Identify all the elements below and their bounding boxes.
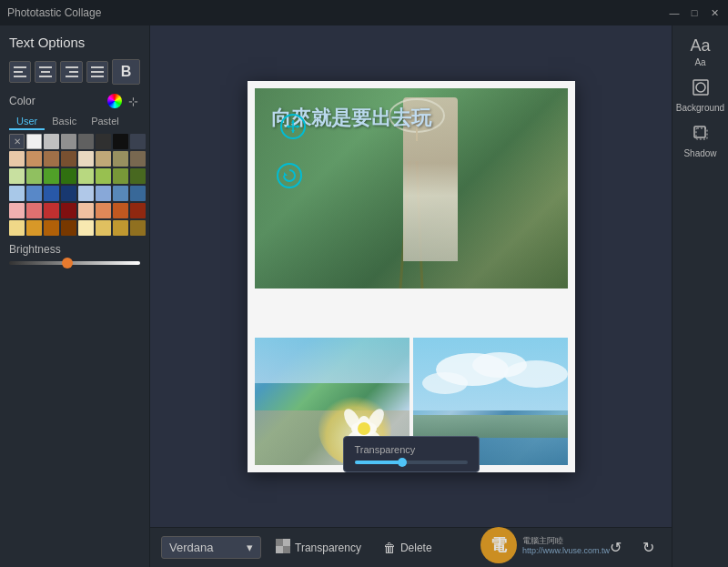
- swatch-skyblue[interactable]: [78, 186, 94, 201]
- swatch-yellow[interactable]: [26, 220, 42, 236]
- swatch-olive3[interactable]: [130, 151, 146, 167]
- svg-point-30: [504, 360, 568, 388]
- swatch-ltgreen[interactable]: [9, 168, 25, 184]
- align-right-button[interactable]: [60, 61, 82, 83]
- left-panel: Text Options B Color ⊹ User Basic Pastel…: [0, 25, 150, 567]
- swatch-blue4[interactable]: [130, 186, 146, 201]
- app-title: Phototastic Collage: [7, 6, 101, 19]
- font-dropdown[interactable]: Verdana ▾: [161, 536, 261, 559]
- title-bar: Phototastic Collage — □ ✕: [0, 0, 728, 25]
- svg-rect-3: [39, 66, 52, 68]
- swatch-amber[interactable]: [44, 220, 59, 236]
- swatch-darkgreen[interactable]: [61, 168, 76, 184]
- swatch-cream[interactable]: [78, 151, 94, 167]
- font-style-button[interactable]: Aa Aa: [676, 33, 725, 71]
- swatch-dkbrown[interactable]: [130, 220, 146, 236]
- swatch-midgreen[interactable]: [44, 168, 59, 184]
- svg-rect-0: [14, 66, 26, 68]
- swatch-olive2[interactable]: [113, 151, 128, 167]
- watermark-logo: 電: [480, 527, 517, 563]
- svg-point-31: [422, 372, 468, 394]
- swatch-dkgold[interactable]: [113, 220, 128, 236]
- align-left-button[interactable]: [9, 61, 31, 83]
- swatch-darkgray[interactable]: [78, 134, 94, 149]
- swatch-ltgreen2[interactable]: [78, 168, 94, 184]
- swatch-green[interactable]: [26, 168, 42, 184]
- window-controls: — □ ✕: [668, 6, 721, 19]
- brightness-thumb[interactable]: [62, 258, 73, 268]
- swatch-peach[interactable]: [9, 151, 25, 167]
- minimize-button[interactable]: —: [668, 6, 681, 19]
- swatch-brown[interactable]: [44, 151, 59, 167]
- background-button[interactable]: Background: [676, 75, 725, 116]
- eyedropper-icon[interactable]: ⊹: [126, 94, 140, 108]
- align-justify-button[interactable]: [86, 61, 108, 83]
- swatch-pink[interactable]: [26, 203, 42, 218]
- photo-top[interactable]: 向來就是要出去玩: [255, 88, 568, 289]
- swatch-darkblue[interactable]: [61, 186, 76, 201]
- transparency-thumb[interactable]: [398, 458, 407, 467]
- align-center-button[interactable]: [35, 61, 56, 83]
- swatch-burntorange[interactable]: [113, 203, 128, 218]
- svg-rect-7: [69, 71, 78, 73]
- swatch-khaki[interactable]: [96, 151, 111, 167]
- swatch-charcoal[interactable]: [96, 134, 111, 149]
- swatch-dkolive[interactable]: [130, 168, 146, 184]
- rotate-handle[interactable]: [277, 163, 302, 188]
- swatch-blue3[interactable]: [113, 186, 128, 201]
- watermark-url: http://www.lvuse.com.tw: [522, 546, 610, 555]
- redo-button[interactable]: ↻: [635, 535, 661, 561]
- swatch-ygreen[interactable]: [96, 168, 111, 184]
- swatch-black[interactable]: [113, 134, 128, 149]
- tab-basic[interactable]: Basic: [45, 114, 84, 130]
- swatch-ltyellow2[interactable]: [78, 220, 94, 236]
- svg-rect-10: [91, 71, 104, 73]
- transparency-popup: Transparency: [343, 436, 480, 472]
- swatch-blue[interactable]: [26, 186, 42, 201]
- bold-button[interactable]: B: [112, 59, 140, 85]
- collage-board[interactable]: 向來就是要出去玩: [248, 81, 575, 472]
- shadow-button[interactable]: Shadow: [676, 120, 725, 162]
- svg-rect-5: [39, 76, 52, 77]
- swatch-tan[interactable]: [26, 151, 42, 167]
- swatch-ltyellow[interactable]: [9, 220, 25, 236]
- swatch-grid: ✕: [9, 134, 140, 236]
- swatch-lightgray[interactable]: [44, 134, 59, 149]
- swatch-ltblue[interactable]: [9, 186, 25, 201]
- tab-pastel[interactable]: Pastel: [84, 114, 126, 130]
- transparency-track[interactable]: [355, 461, 468, 464]
- move-handle[interactable]: [280, 114, 306, 139]
- swatch-ltred[interactable]: [9, 203, 25, 218]
- font-style-icon: Aa: [690, 36, 710, 56]
- close-button[interactable]: ✕: [708, 6, 721, 19]
- color-picker-icon[interactable]: [107, 94, 122, 108]
- svg-marker-20: [284, 172, 288, 176]
- tab-user[interactable]: User: [9, 114, 45, 130]
- swatch-salmon[interactable]: [78, 203, 94, 218]
- swatch-gold[interactable]: [96, 220, 111, 236]
- delete-button[interactable]: 🗑 Delete: [376, 537, 440, 559]
- shadow-icon: [692, 124, 710, 147]
- swatch-white[interactable]: [26, 134, 42, 149]
- swatch-blue2[interactable]: [96, 186, 111, 201]
- panel-title: Text Options: [9, 35, 140, 50]
- swatch-red[interactable]: [44, 203, 59, 218]
- swatch-midgray[interactable]: [61, 134, 76, 149]
- transparency-popup-label: Transparency: [355, 444, 468, 455]
- swatch-midblue[interactable]: [44, 186, 59, 201]
- swatch-olive4[interactable]: [113, 168, 128, 184]
- canvas-wrapper: 向來就是要出去玩: [150, 25, 672, 527]
- swatch-orange[interactable]: [96, 203, 111, 218]
- swatch-dkorange[interactable]: [130, 203, 146, 218]
- brightness-slider[interactable]: [9, 261, 140, 265]
- svg-rect-4: [41, 71, 50, 73]
- bottom-toolbar: Verdana ▾ Transparency 🗑 Delete ↺ ↻: [150, 527, 672, 567]
- swatch-darkred[interactable]: [61, 203, 76, 218]
- svg-rect-32: [276, 539, 283, 546]
- maximize-button[interactable]: □: [688, 6, 701, 19]
- transparency-button[interactable]: Transparency: [268, 535, 369, 560]
- swatch-brown2[interactable]: [61, 220, 76, 236]
- swatch-x[interactable]: ✕: [9, 134, 25, 149]
- swatch-empty1[interactable]: [130, 134, 146, 149]
- swatch-darkbrown[interactable]: [61, 151, 76, 167]
